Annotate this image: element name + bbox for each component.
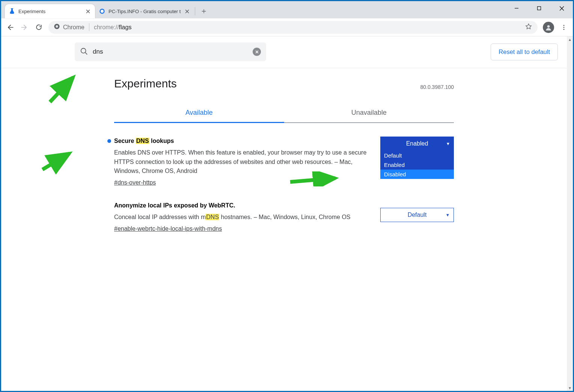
reload-button[interactable]: [32, 21, 45, 34]
page-body: Reset all to default Experiments 80.0.39…: [1, 36, 573, 391]
svg-point-6: [563, 25, 565, 26]
profile-avatar[interactable]: [543, 22, 554, 33]
chevron-down-icon: ▼: [446, 213, 450, 217]
new-tab-button[interactable]: [197, 5, 210, 18]
svg-rect-2: [538, 7, 541, 10]
close-icon[interactable]: [184, 8, 190, 15]
tab-pctips[interactable]: PC-Tips.INFO - Gratis computer t: [95, 4, 194, 18]
kebab-menu-icon[interactable]: [557, 21, 571, 34]
back-button[interactable]: [3, 21, 17, 34]
flags-search[interactable]: [75, 42, 266, 61]
subtabs: Available Unavailable: [114, 104, 454, 123]
flag-select[interactable]: Default ▼: [380, 208, 454, 222]
scroll-down-icon[interactable]: ▼: [567, 385, 573, 391]
tab-title: Experiments: [18, 9, 81, 14]
flag-description: Conceal local IP addresses with mDNS hos…: [114, 213, 369, 222]
url-text: chrome://flags: [94, 24, 131, 31]
flag-select[interactable]: Enabled ▼: [380, 137, 454, 151]
modified-dot-icon: [107, 139, 111, 143]
toolbar: Chrome chrome://flags: [1, 18, 573, 36]
option-enabled[interactable]: Enabled: [380, 160, 454, 170]
page-title: Experiments: [114, 77, 177, 90]
flag-title: Secure DNS lookups: [114, 137, 369, 146]
svg-point-5: [547, 25, 550, 28]
browser-chrome: Experiments PC-Tips.INFO - Gratis comput…: [1, 1, 573, 36]
svg-point-8: [563, 29, 565, 30]
window-controls: [505, 1, 573, 18]
search-input[interactable]: [93, 48, 248, 56]
svg-point-9: [81, 48, 86, 53]
chip-label: Chrome: [63, 24, 84, 31]
clear-search-icon[interactable]: [253, 48, 261, 56]
option-disabled[interactable]: Disabled: [380, 170, 454, 179]
site-chip: Chrome: [54, 23, 89, 31]
chevron-down-icon: ▼: [446, 141, 450, 146]
forward-button[interactable]: [18, 21, 31, 34]
flag-select-dropdown: Default Enabled Disabled: [380, 151, 454, 179]
vertical-scrollbar[interactable]: ▲ ▼: [567, 36, 573, 391]
version-text: 80.0.3987.100: [420, 84, 454, 90]
flag-row: Secure DNS lookups Enables DNS over HTTP…: [114, 123, 454, 188]
flag-title: Anonymize local IPs exposed by WebRTC.: [114, 201, 369, 210]
svg-point-7: [563, 27, 565, 28]
address-bar[interactable]: Chrome chrome://flags: [48, 21, 538, 34]
flag-row: Anonymize local IPs exposed by WebRTC. C…: [114, 188, 454, 233]
tab-experiments[interactable]: Experiments: [5, 4, 95, 18]
scroll-up-icon[interactable]: ▲: [567, 36, 573, 42]
bookmark-star-icon[interactable]: [525, 23, 532, 32]
minimize-button[interactable]: [505, 1, 528, 15]
close-icon[interactable]: [84, 8, 91, 15]
flask-icon: [9, 8, 15, 15]
close-window-button[interactable]: [550, 1, 573, 15]
svg-point-1: [101, 10, 104, 13]
tab-title: PC-Tips.INFO - Gratis computer t: [108, 9, 181, 14]
reset-all-button[interactable]: Reset all to default: [491, 44, 558, 60]
flag-hash-link[interactable]: #dns-over-https: [114, 178, 156, 188]
chrome-icon: [54, 23, 60, 31]
svg-point-4: [56, 25, 58, 27]
tab-separator: [195, 7, 195, 15]
flag-description: Enables DNS over HTTPS. When this featur…: [114, 148, 369, 176]
tab-available[interactable]: Available: [114, 104, 284, 123]
tab-unavailable[interactable]: Unavailable: [284, 104, 454, 123]
globe-icon: [99, 8, 105, 15]
maximize-button[interactable]: [528, 1, 550, 15]
flag-hash-link[interactable]: #enable-webrtc-hide-local-ips-with-mdns: [114, 224, 222, 234]
search-icon: [80, 47, 88, 57]
tab-strip: Experiments PC-Tips.INFO - Gratis comput…: [1, 4, 505, 18]
option-default[interactable]: Default: [380, 151, 454, 160]
